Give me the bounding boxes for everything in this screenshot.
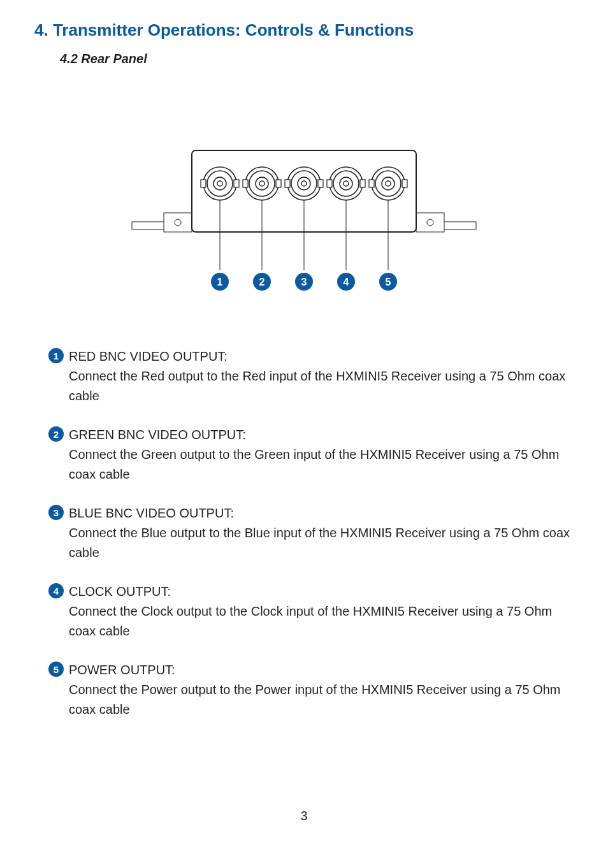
svg-point-2 bbox=[175, 219, 181, 226]
document-page: 4. Transmitter Operations: Controls & Fu… bbox=[0, 0, 608, 849]
callout-description: Connect the Power output to the Power in… bbox=[69, 680, 574, 720]
callout-title: POWER OUTPUT: bbox=[69, 663, 175, 677]
callout-item: 2 GREEN BNC VIDEO OUTPUT: Connect the Gr… bbox=[34, 425, 574, 484]
number-badge-icon: 3 bbox=[48, 505, 64, 520]
callout-item: 3 BLUE BNC VIDEO OUTPUT: Connect the Blu… bbox=[34, 503, 574, 563]
number-badge-icon: 5 bbox=[48, 662, 64, 677]
svg-text:2: 2 bbox=[259, 277, 265, 287]
mounting-flange-left bbox=[164, 213, 192, 232]
rear-panel-svg: 1 2 3 4 5 bbox=[126, 143, 482, 308]
number-badge-icon: 4 bbox=[48, 583, 64, 598]
callout-item: 4 CLOCK OUTPUT: Connect the Clock output… bbox=[34, 582, 574, 641]
callout-text: GREEN BNC VIDEO OUTPUT: Connect the Gree… bbox=[69, 425, 574, 484]
callout-list: 1 RED BNC VIDEO OUTPUT: Connect the Red … bbox=[34, 347, 574, 720]
subsection-heading: 4.2 Rear Panel bbox=[60, 52, 574, 66]
callout-description: Connect the Clock output to the Clock in… bbox=[69, 602, 574, 641]
callout-description: Connect the Green output to the Green in… bbox=[69, 445, 574, 484]
callout-text: POWER OUTPUT: Connect the Power output t… bbox=[69, 660, 574, 720]
callout-text: RED BNC VIDEO OUTPUT: Connect the Red ou… bbox=[69, 347, 574, 406]
callout-title: CLOCK OUTPUT: bbox=[69, 584, 171, 598]
svg-text:4: 4 bbox=[344, 277, 349, 287]
number-badge-icon: 2 bbox=[48, 426, 64, 442]
svg-text:5: 5 bbox=[386, 277, 391, 287]
mounting-flange-right bbox=[416, 213, 444, 232]
callout-item: 5 POWER OUTPUT: Connect the Power output… bbox=[34, 660, 574, 720]
callout-description: Connect the Red output to the Red input … bbox=[69, 366, 574, 406]
diagram-number-badges: 1 2 3 4 5 bbox=[211, 273, 397, 291]
svg-point-4 bbox=[427, 219, 433, 226]
callout-text: CLOCK OUTPUT: Connect the Clock output t… bbox=[69, 582, 574, 641]
number-badge-icon: 1 bbox=[48, 348, 64, 363]
callout-item: 1 RED BNC VIDEO OUTPUT: Connect the Red … bbox=[34, 347, 574, 406]
callout-title: GREEN BNC VIDEO OUTPUT: bbox=[69, 428, 246, 442]
rear-panel-figure: 1 2 3 4 5 bbox=[34, 143, 574, 308]
svg-text:3: 3 bbox=[301, 277, 307, 287]
callout-description: Connect the Blue output to the Blue inpu… bbox=[69, 523, 574, 563]
callout-title: RED BNC VIDEO OUTPUT: bbox=[69, 349, 228, 363]
section-heading: 4. Transmitter Operations: Controls & Fu… bbox=[34, 20, 574, 40]
callout-title: BLUE BNC VIDEO OUTPUT: bbox=[69, 506, 234, 520]
svg-text:1: 1 bbox=[217, 277, 223, 287]
callout-text: BLUE BNC VIDEO OUTPUT: Connect the Blue … bbox=[69, 503, 574, 563]
page-number: 3 bbox=[34, 809, 574, 823]
